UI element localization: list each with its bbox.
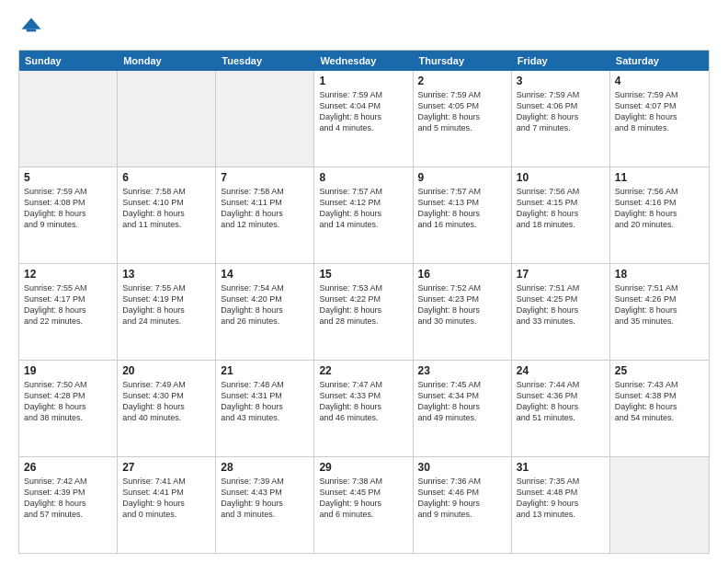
day-info: Sunrise: 7:36 AM Sunset: 4:46 PM Dayligh… [418, 476, 506, 521]
day-info: Sunrise: 7:56 AM Sunset: 4:16 PM Dayligh… [615, 186, 704, 231]
page: SundayMondayTuesdayWednesdayThursdayFrid… [0, 0, 728, 563]
day-number: 7 [221, 171, 309, 184]
logo [18, 15, 48, 40]
svg-marker-0 [22, 18, 41, 29]
calendar-cell [19, 71, 118, 167]
calendar-cell: 21Sunrise: 7:48 AM Sunset: 4:31 PM Dayli… [216, 361, 314, 456]
day-number: 21 [221, 364, 309, 377]
calendar-cell: 24Sunrise: 7:44 AM Sunset: 4:36 PM Dayli… [512, 361, 610, 456]
day-number: 17 [517, 268, 605, 281]
calendar-cell: 26Sunrise: 7:42 AM Sunset: 4:39 PM Dayli… [19, 457, 118, 553]
day-number: 29 [319, 461, 407, 474]
calendar-cell: 10Sunrise: 7:56 AM Sunset: 4:15 PM Dayli… [512, 167, 610, 263]
day-number: 6 [122, 171, 210, 184]
calendar-cell: 18Sunrise: 7:51 AM Sunset: 4:26 PM Dayli… [610, 264, 709, 360]
day-info: Sunrise: 7:39 AM Sunset: 4:43 PM Dayligh… [221, 476, 309, 521]
day-info: Sunrise: 7:59 AM Sunset: 4:07 PM Dayligh… [615, 89, 704, 134]
day-info: Sunrise: 7:59 AM Sunset: 4:05 PM Dayligh… [418, 89, 506, 134]
logo-icon [18, 15, 44, 40]
day-info: Sunrise: 7:55 AM Sunset: 4:17 PM Dayligh… [24, 282, 112, 327]
day-number: 18 [615, 268, 704, 281]
day-number: 11 [615, 171, 704, 184]
day-number: 28 [221, 461, 309, 474]
calendar-cell: 15Sunrise: 7:53 AM Sunset: 4:22 PM Dayli… [314, 264, 413, 360]
calendar-header: SundayMondayTuesdayWednesdayThursdayFrid… [19, 51, 709, 71]
calendar-cell: 14Sunrise: 7:54 AM Sunset: 4:20 PM Dayli… [216, 264, 314, 360]
day-info: Sunrise: 7:41 AM Sunset: 4:41 PM Dayligh… [122, 476, 210, 521]
day-info: Sunrise: 7:57 AM Sunset: 4:13 PM Dayligh… [418, 186, 506, 231]
calendar-row-5: 26Sunrise: 7:42 AM Sunset: 4:39 PM Dayli… [19, 457, 709, 553]
calendar-cell [610, 457, 709, 553]
calendar-cell: 12Sunrise: 7:55 AM Sunset: 4:17 PM Dayli… [19, 264, 118, 360]
day-number: 22 [319, 364, 407, 377]
calendar-cell: 25Sunrise: 7:43 AM Sunset: 4:38 PM Dayli… [610, 361, 709, 456]
day-number: 25 [615, 364, 704, 377]
day-number: 12 [24, 268, 112, 281]
calendar-cell: 27Sunrise: 7:41 AM Sunset: 4:41 PM Dayli… [118, 457, 216, 553]
calendar-cell: 6Sunrise: 7:58 AM Sunset: 4:10 PM Daylig… [118, 167, 216, 263]
calendar-cell: 8Sunrise: 7:57 AM Sunset: 4:12 PM Daylig… [314, 167, 413, 263]
calendar-cell: 19Sunrise: 7:50 AM Sunset: 4:28 PM Dayli… [19, 361, 118, 456]
day-info: Sunrise: 7:57 AM Sunset: 4:12 PM Dayligh… [319, 186, 407, 231]
day-number: 23 [418, 364, 506, 377]
header-day-monday: Monday [118, 51, 216, 71]
calendar-cell [216, 71, 314, 167]
calendar: SundayMondayTuesdayWednesdayThursdayFrid… [18, 50, 710, 554]
day-info: Sunrise: 7:53 AM Sunset: 4:22 PM Dayligh… [319, 282, 407, 327]
day-number: 27 [122, 461, 210, 474]
header [18, 15, 710, 40]
day-number: 19 [24, 364, 112, 377]
day-info: Sunrise: 7:47 AM Sunset: 4:33 PM Dayligh… [319, 379, 407, 424]
day-number: 1 [319, 75, 407, 87]
calendar-cell: 13Sunrise: 7:55 AM Sunset: 4:19 PM Dayli… [118, 264, 216, 360]
calendar-cell: 4Sunrise: 7:59 AM Sunset: 4:07 PM Daylig… [610, 71, 709, 167]
day-number: 16 [418, 268, 506, 281]
calendar-cell [118, 71, 216, 167]
day-info: Sunrise: 7:58 AM Sunset: 4:10 PM Dayligh… [122, 186, 210, 231]
day-number: 13 [122, 268, 210, 281]
day-number: 24 [517, 364, 605, 377]
day-info: Sunrise: 7:42 AM Sunset: 4:39 PM Dayligh… [24, 476, 112, 521]
day-info: Sunrise: 7:50 AM Sunset: 4:28 PM Dayligh… [24, 379, 112, 424]
day-number: 8 [319, 171, 407, 184]
calendar-cell: 1Sunrise: 7:59 AM Sunset: 4:04 PM Daylig… [314, 71, 413, 167]
calendar-cell: 7Sunrise: 7:58 AM Sunset: 4:11 PM Daylig… [216, 167, 314, 263]
day-info: Sunrise: 7:56 AM Sunset: 4:15 PM Dayligh… [517, 186, 605, 231]
calendar-row-4: 19Sunrise: 7:50 AM Sunset: 4:28 PM Dayli… [19, 361, 709, 457]
day-info: Sunrise: 7:43 AM Sunset: 4:38 PM Dayligh… [615, 379, 704, 424]
calendar-body: 1Sunrise: 7:59 AM Sunset: 4:04 PM Daylig… [19, 71, 709, 553]
day-info: Sunrise: 7:58 AM Sunset: 4:11 PM Dayligh… [221, 186, 309, 231]
day-info: Sunrise: 7:55 AM Sunset: 4:19 PM Dayligh… [122, 282, 210, 327]
calendar-cell: 11Sunrise: 7:56 AM Sunset: 4:16 PM Dayli… [610, 167, 709, 263]
calendar-row-1: 1Sunrise: 7:59 AM Sunset: 4:04 PM Daylig… [19, 71, 709, 167]
day-number: 26 [24, 461, 112, 474]
day-info: Sunrise: 7:49 AM Sunset: 4:30 PM Dayligh… [122, 379, 210, 424]
day-number: 2 [418, 75, 506, 87]
calendar-cell: 3Sunrise: 7:59 AM Sunset: 4:06 PM Daylig… [512, 71, 610, 167]
day-number: 31 [517, 461, 605, 474]
calendar-cell: 2Sunrise: 7:59 AM Sunset: 4:05 PM Daylig… [414, 71, 512, 167]
calendar-cell: 30Sunrise: 7:36 AM Sunset: 4:46 PM Dayli… [414, 457, 512, 553]
day-number: 4 [615, 75, 704, 87]
day-info: Sunrise: 7:35 AM Sunset: 4:48 PM Dayligh… [517, 476, 605, 521]
day-info: Sunrise: 7:44 AM Sunset: 4:36 PM Dayligh… [517, 379, 605, 424]
calendar-cell: 22Sunrise: 7:47 AM Sunset: 4:33 PM Dayli… [314, 361, 413, 456]
header-day-friday: Friday [512, 51, 610, 71]
day-number: 20 [122, 364, 210, 377]
day-info: Sunrise: 7:38 AM Sunset: 4:45 PM Dayligh… [319, 476, 407, 521]
day-number: 10 [517, 171, 605, 184]
day-info: Sunrise: 7:59 AM Sunset: 4:04 PM Dayligh… [319, 89, 407, 134]
header-day-saturday: Saturday [610, 51, 709, 71]
calendar-cell: 31Sunrise: 7:35 AM Sunset: 4:48 PM Dayli… [512, 457, 610, 553]
day-info: Sunrise: 7:51 AM Sunset: 4:26 PM Dayligh… [615, 282, 704, 327]
day-info: Sunrise: 7:54 AM Sunset: 4:20 PM Dayligh… [221, 282, 309, 327]
day-info: Sunrise: 7:59 AM Sunset: 4:08 PM Dayligh… [24, 186, 112, 231]
header-day-tuesday: Tuesday [216, 51, 314, 71]
day-number: 30 [418, 461, 506, 474]
day-info: Sunrise: 7:51 AM Sunset: 4:25 PM Dayligh… [517, 282, 605, 327]
day-info: Sunrise: 7:45 AM Sunset: 4:34 PM Dayligh… [418, 379, 506, 424]
day-number: 3 [517, 75, 605, 87]
day-number: 15 [319, 268, 407, 281]
calendar-cell: 5Sunrise: 7:59 AM Sunset: 4:08 PM Daylig… [19, 167, 118, 263]
calendar-cell: 20Sunrise: 7:49 AM Sunset: 4:30 PM Dayli… [118, 361, 216, 456]
